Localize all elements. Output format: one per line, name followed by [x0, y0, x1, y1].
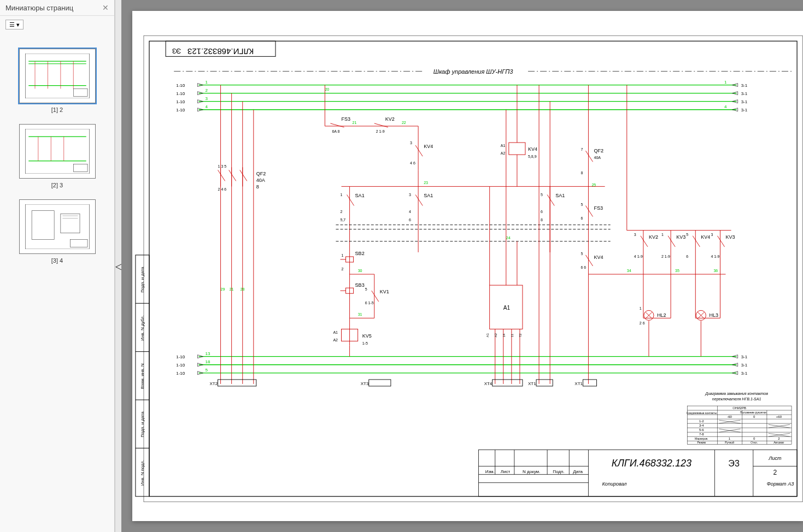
svg-rect-228 [218, 380, 256, 386]
svg-text:1: 1 [640, 306, 642, 310]
svg-text:HL2: HL2 [657, 312, 666, 318]
svg-text:XT4: XT4 [484, 381, 493, 386]
svg-text:20: 20 [325, 87, 329, 91]
svg-line-97 [415, 145, 423, 156]
svg-text:ОНИ2РВ: ОНИ2РВ [732, 406, 746, 410]
svg-text:4: 4 [205, 104, 208, 109]
svg-text:SB2: SB2 [355, 251, 365, 256]
svg-text:3: 3 [410, 141, 412, 145]
svg-text:6: 6 [581, 216, 583, 220]
svg-text:1-5: 1-5 [362, 341, 368, 345]
svg-text:Взам. инв. N: Взам. инв. N [140, 363, 145, 389]
frame-title: Шкаф управления ШУ-НГП3 [433, 68, 513, 75]
svg-text:A2: A2 [333, 338, 338, 342]
svg-text:3-1: 3-1 [741, 91, 748, 96]
svg-text:8: 8 [581, 171, 583, 175]
svg-text:2  1-9: 2 1-9 [376, 129, 385, 133]
view-options-button[interactable]: ☰ ▾ [5, 20, 24, 29]
thumbnail-1-label: [1] 2 [5, 107, 109, 113]
svg-text:25: 25 [591, 183, 596, 187]
svg-line-203 [693, 236, 700, 247]
thumbnail-3-label: [3] 4 [5, 257, 109, 264]
svg-text:22: 22 [402, 121, 406, 125]
svg-text:4: 4 [724, 104, 727, 109]
doc-number-top: КЛГИ.468332.123 [187, 47, 254, 56]
svg-text:3-4: 3-4 [699, 424, 704, 427]
main-canvas[interactable]: КЛГИ.468332.123 Э3 Шкаф управления ШУ-НГ… [121, 0, 803, 532]
svg-text:5-6: 5-6 [699, 428, 704, 431]
sidebar-tools: ☰ ▾ [0, 16, 114, 32]
svg-text:SA1: SA1 [555, 193, 565, 198]
svg-text:2  4  6: 2 4 6 [218, 187, 227, 191]
svg-text:4  1-9: 4 1-9 [711, 255, 719, 258]
svg-text:2: 2 [778, 437, 780, 440]
svg-text:4: 4 [409, 210, 411, 214]
svg-text:5: 5 [205, 368, 208, 373]
svg-text:3-1: 3-1 [741, 371, 748, 376]
svg-text:Изм.: Изм. [485, 469, 495, 474]
svg-text:2: 2 [205, 88, 208, 93]
svg-text:QF2: QF2 [594, 148, 603, 153]
svg-text:31: 31 [358, 312, 362, 316]
svg-text:XT1: XT1 [575, 381, 583, 386]
svg-text:Режим: Режим [698, 441, 706, 444]
svg-text:Лист: Лист [768, 456, 782, 461]
svg-text:1: 1 [205, 80, 208, 85]
svg-text:QF2: QF2 [256, 171, 266, 176]
svg-text:Откл.: Откл. [751, 441, 758, 444]
svg-text:3: 3 [409, 193, 411, 197]
thumbnail-1[interactable] [19, 49, 96, 103]
svg-rect-232 [493, 380, 523, 386]
svg-text:Соединяемые контакты: Соединяемые контакты [687, 411, 717, 415]
svg-text:KV3: KV3 [726, 234, 735, 240]
svg-text:A2: A2 [501, 151, 506, 155]
thumbnail-3[interactable] [19, 199, 96, 254]
svg-line-88 [330, 123, 344, 127]
svg-text:Маркиров.: Маркиров. [695, 437, 708, 440]
svg-text:XT2: XT2 [209, 381, 218, 386]
close-icon[interactable]: ✕ [102, 3, 109, 12]
svg-text:4   6: 4 6 [410, 161, 415, 165]
svg-text:+60: +60 [776, 415, 782, 418]
svg-text:Формат А3: Формат А3 [767, 481, 794, 487]
svg-text:XT3: XT3 [361, 381, 369, 386]
svg-text:5: 5 [686, 233, 688, 237]
svg-text:3-1: 3-1 [741, 83, 748, 88]
svg-text:Ручной: Ручной [725, 441, 734, 444]
svg-text:23: 23 [424, 181, 428, 185]
app-root: Миниатюры страниц ✕ ☰ ▾ [1] 2 [2] 3 [0, 0, 803, 532]
svg-text:5,7: 5,7 [341, 218, 346, 222]
svg-text:1-10: 1-10 [176, 91, 185, 96]
svg-text:Дата: Дата [573, 469, 583, 474]
svg-line-181 [585, 206, 593, 217]
svg-text:1-10: 1-10 [176, 99, 185, 104]
svg-text:21: 21 [230, 287, 234, 291]
svg-text:SB3: SB3 [355, 282, 365, 288]
svg-text:Подп. и дата: Подп. и дата [140, 411, 145, 438]
svg-text:3-1: 3-1 [741, 108, 748, 113]
svg-text:24: 24 [506, 236, 511, 240]
thumbnails-sidebar: Миниатюры страниц ✕ ☰ ▾ [1] 2 [2] 3 [0, 0, 115, 532]
svg-text:14: 14 [502, 333, 506, 337]
doc-rev-top: Э3 [172, 47, 181, 55]
thumbnail-2-label: [2] 3 [5, 182, 109, 188]
svg-text:KV1: KV1 [380, 289, 389, 294]
svg-text:8: 8 [541, 218, 543, 222]
svg-text:HL3: HL3 [709, 312, 718, 318]
svg-line-79 [229, 170, 236, 181]
svg-text:A1: A1 [501, 144, 506, 147]
svg-text:Инв. N подл.: Инв. N подл. [140, 460, 145, 486]
thumbnail-2[interactable] [19, 124, 96, 179]
sidebar-header: Миниатюры страниц ✕ [0, 0, 114, 16]
svg-line-92 [374, 123, 388, 127]
svg-text:-60: -60 [727, 415, 732, 418]
svg-text:5: 5 [541, 193, 543, 197]
svg-text:5: 5 [581, 203, 583, 206]
svg-text:КЛГИ.468332.123: КЛГИ.468332.123 [612, 458, 691, 469]
svg-line-78 [218, 170, 225, 181]
svg-text:6: 6 [541, 210, 543, 214]
svg-line-208 [717, 236, 724, 247]
sidebar-collapse-button[interactable]: ◁ [115, 0, 121, 532]
svg-text:2  6: 2 6 [640, 321, 645, 325]
svg-text:SA1: SA1 [424, 193, 433, 198]
